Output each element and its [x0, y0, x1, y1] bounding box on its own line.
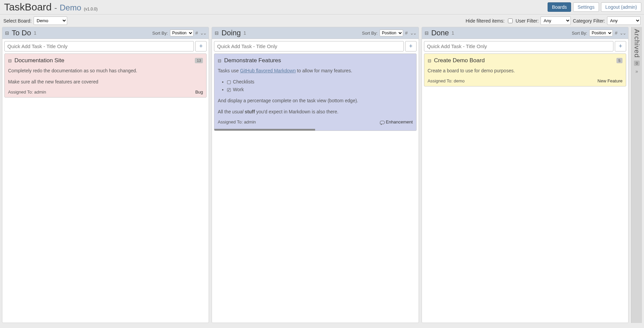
quickadd-input-doing[interactable]	[214, 41, 403, 51]
expand-icon[interactable]: ⌄⌄	[619, 30, 626, 36]
hash-icon[interactable]: #	[615, 30, 617, 36]
checklist-item: Work	[227, 86, 413, 93]
board: ⊟ To Do 1 Sort By: Position # ⌄⌄ +	[0, 27, 644, 326]
user-filter-dropdown[interactable]: Any	[541, 16, 571, 25]
card-text-frag: to allow for many features.	[296, 68, 352, 73]
card-demonstrate-features[interactable]: ⊟ Demonstrate Features Tasks use GitHub …	[214, 53, 416, 131]
checklist-label: Checklists	[233, 79, 254, 84]
expand-icon[interactable]: ⌄⌄	[410, 30, 416, 36]
title-dash: -	[54, 3, 57, 12]
quickadd-input-done[interactable]	[424, 41, 613, 51]
expand-icon[interactable]: ⌄⌄	[200, 30, 206, 36]
app-version: (v1.0.0)	[84, 7, 98, 11]
board-title: Demo	[60, 3, 81, 12]
hide-filtered-label: Hide filtered items:	[466, 18, 505, 24]
column-count-done: 1	[452, 30, 454, 36]
card-text: And display a percentage complete on the…	[218, 97, 413, 104]
card-checklist: Checklists Work	[218, 78, 413, 93]
title-wrap: TaskBoard - Demo (v1.0.0)	[4, 1, 97, 13]
quickadd-button-doing[interactable]: +	[405, 41, 417, 51]
collapse-card-icon[interactable]: ⊟	[428, 58, 431, 63]
card-title: Demonstrate Features	[224, 57, 281, 64]
card-tag: Enhancement	[380, 119, 413, 124]
card-documentation-site[interactable]: ⊟ Documentation Site 13 Completely redo …	[4, 53, 207, 98]
card-text: Completely redo the documentation as so …	[8, 67, 203, 74]
card-points-badge: 5	[616, 58, 622, 63]
sortby-dropdown-doing[interactable]: Position	[380, 30, 403, 36]
settings-button[interactable]: Settings	[573, 2, 599, 12]
collapse-column-icon[interactable]: ⊟	[5, 31, 9, 35]
column-name-todo: To Do	[12, 29, 31, 37]
nav-buttons: Boards Settings Logout (admin)	[548, 2, 641, 12]
collapse-card-icon[interactable]: ⊟	[8, 58, 12, 63]
quickadd-input-todo[interactable]	[4, 41, 194, 51]
card-text: Create a board to use for demo purposes.	[428, 67, 622, 74]
column-header-done: ⊟ Done 1 Sort By: Position # ⌄⌄	[422, 27, 628, 39]
card-text: Make sure all the new features are cover…	[8, 78, 203, 85]
sortby-dropdown-todo[interactable]: Position	[170, 30, 194, 36]
checklist-item: Checklists	[227, 78, 413, 85]
sortby-label: Sort By:	[572, 31, 587, 36]
toolbar: Select Board: Demo Hide filtered items: …	[0, 14, 644, 27]
card-text-frag: Tasks use	[218, 68, 240, 73]
column-header-doing: ⊟ Doing 1 Sort By: Position # ⌄⌄	[212, 27, 418, 39]
card-tag: New Feature	[598, 78, 622, 83]
archived-expand-icon[interactable]: »	[636, 69, 638, 74]
toolbar-right: Hide filtered items: User Filter: Any Ca…	[466, 16, 641, 25]
column-count-doing: 1	[244, 30, 246, 36]
column-done: ⊟ Done 1 Sort By: Position # ⌄⌄ +	[422, 27, 629, 323]
column-name-done: Done	[431, 29, 449, 37]
markdown-link[interactable]: GitHub flavored Markdown	[240, 68, 296, 73]
card-progress-bar	[214, 129, 315, 131]
plus-icon: +	[199, 43, 203, 50]
card-points-badge: 13	[195, 58, 203, 63]
card-create-demo-board[interactable]: ⊟ Create Demo Board 5 Create a board to …	[424, 53, 626, 86]
column-count-todo: 1	[34, 30, 36, 36]
column-header-todo: ⊟ To Do 1 Sort By: Position # ⌄⌄	[2, 27, 209, 39]
logout-button[interactable]: Logout (admin)	[601, 2, 641, 12]
collapse-card-icon[interactable]: ⊟	[218, 58, 221, 63]
archived-label: Archived	[633, 29, 641, 58]
plus-icon: +	[409, 43, 413, 50]
card-tag: Bug	[195, 89, 203, 95]
card-text: Tasks use GitHub flavored Markdown to al…	[218, 67, 413, 74]
plus-icon: +	[619, 43, 622, 50]
card-title: Documentation Site	[14, 57, 64, 64]
card-text-strong: stuff	[245, 109, 255, 114]
category-filter-label: Category Filter:	[573, 18, 605, 24]
collapse-column-icon[interactable]: ⊟	[425, 31, 429, 35]
hide-filtered-checkbox[interactable]	[508, 19, 513, 23]
boards-button[interactable]: Boards	[548, 2, 571, 12]
card-assigned: Assigned To: admin	[218, 119, 256, 124]
card-text-frag: All the	[218, 109, 232, 114]
archived-panel[interactable]: Archived 0 »	[631, 27, 642, 323]
archived-count-badge: 0	[634, 61, 639, 66]
column-doing: ⊟ Doing 1 Sort By: Position # ⌄⌄ +	[212, 27, 419, 323]
sortby-label: Sort By:	[152, 31, 168, 36]
checkbox-icon	[227, 80, 231, 84]
select-board-dropdown[interactable]: Demo	[34, 16, 67, 25]
select-board-label: Select Board:	[3, 18, 32, 24]
quickadd-button-todo[interactable]: +	[195, 41, 207, 51]
column-todo: ⊟ To Do 1 Sort By: Position # ⌄⌄ +	[2, 27, 209, 323]
card-text-frag: you'd expect in Markdown is also there.	[255, 109, 339, 114]
collapse-column-icon[interactable]: ⊟	[215, 31, 219, 35]
hash-icon[interactable]: #	[405, 30, 408, 36]
quickadd-button-done[interactable]: +	[615, 41, 626, 51]
card-assigned: Assigned To: demo	[428, 78, 465, 83]
sortby-label: Sort By:	[362, 31, 378, 36]
category-filter-dropdown[interactable]: Any	[607, 16, 641, 25]
card-assigned: Assigned To: admin	[8, 89, 46, 95]
card-tag-text: Enhancement	[386, 119, 413, 124]
header: TaskBoard - Demo (v1.0.0) Boards Setting…	[0, 0, 644, 14]
user-filter-label: User Filter:	[516, 18, 539, 24]
app-title: TaskBoard	[4, 1, 52, 13]
hash-icon[interactable]: #	[196, 30, 198, 36]
card-text-em: usual	[232, 109, 243, 114]
comment-icon	[380, 121, 385, 124]
column-name-doing: Doing	[221, 29, 241, 37]
checklist-label: Work	[233, 87, 244, 92]
card-text: All the usual stuff you'd expect in Mark…	[218, 108, 413, 115]
sortby-dropdown-done[interactable]: Position	[589, 30, 613, 36]
toolbar-left: Select Board: Demo	[3, 16, 67, 25]
